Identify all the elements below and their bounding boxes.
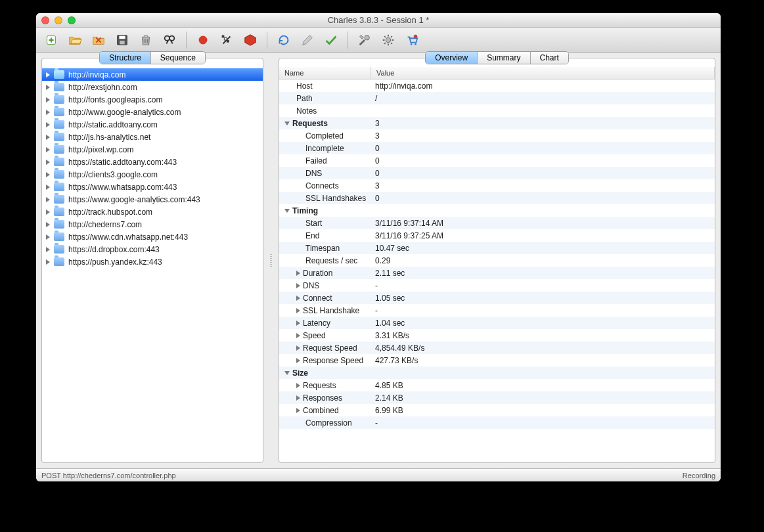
host-row[interactable]: http://inviqa.com: [42, 68, 263, 81]
clear-button[interactable]: [136, 30, 156, 50]
disclosure-icon[interactable]: [296, 358, 300, 363]
host-row[interactable]: http://pixel.wp.com: [42, 143, 263, 156]
overview-row[interactable]: Notes: [279, 104, 715, 117]
overview-row[interactable]: End3/11/16 9:37:25 AM: [279, 229, 715, 242]
overview-row[interactable]: Latency1.04 sec: [279, 317, 715, 329]
disclosure-icon[interactable]: [46, 72, 50, 78]
overview-row[interactable]: DNS0: [279, 167, 715, 179]
disclosure-icon[interactable]: [46, 185, 50, 190]
disclosure-icon[interactable]: [46, 197, 50, 202]
host-row[interactable]: https://d.dropbox.com:443: [42, 243, 263, 255]
overview-table-body[interactable]: Hosthttp://inviqa.comPath/NotesRequests3…: [279, 79, 715, 462]
disclosure-icon[interactable]: [296, 271, 300, 276]
disclosure-icon[interactable]: [46, 172, 50, 177]
disclosure-icon[interactable]: [46, 147, 50, 152]
overview-row[interactable]: Combined6.99 KB: [279, 404, 715, 416]
repeat-button[interactable]: [274, 30, 294, 50]
host-row[interactable]: http://rexstjohn.com: [42, 81, 263, 93]
close-window-button[interactable]: [41, 16, 49, 24]
tab-structure[interactable]: Structure: [100, 52, 151, 64]
overview-row[interactable]: Requests4.85 KB: [279, 379, 715, 391]
overview-row[interactable]: Incomplete0: [279, 142, 715, 154]
tab-sequence[interactable]: Sequence: [151, 52, 205, 64]
disclosure-icon[interactable]: [296, 395, 300, 401]
overview-row[interactable]: Responses2.14 KB: [279, 391, 715, 404]
disclosure-icon[interactable]: [46, 135, 50, 140]
column-value[interactable]: Value: [371, 67, 715, 79]
overview-row[interactable]: Compression-: [279, 416, 715, 429]
overview-row[interactable]: Speed3.31 KB/s: [279, 329, 715, 342]
host-row[interactable]: http://chederns7.com: [42, 218, 263, 231]
host-row[interactable]: http://www.google-analytics.com: [42, 106, 263, 118]
host-row[interactable]: https://push.yandex.kz:443: [42, 255, 263, 268]
breakpoints-button[interactable]: [240, 30, 260, 50]
tab-overview[interactable]: Overview: [426, 52, 478, 64]
disclosure-icon[interactable]: [284, 371, 290, 375]
host-row[interactable]: http://clients3.google.com: [42, 168, 263, 181]
disclosure-icon[interactable]: [284, 209, 290, 213]
disclosure-icon[interactable]: [46, 234, 50, 240]
overview-row[interactable]: Hosthttp://inviqa.com: [279, 79, 715, 92]
disclosure-icon[interactable]: [296, 308, 300, 313]
open-session-button[interactable]: [65, 30, 85, 50]
settings-button[interactable]: [378, 30, 398, 50]
disclosure-icon[interactable]: [284, 122, 290, 125]
disclosure-icon[interactable]: [46, 247, 50, 252]
host-tree[interactable]: http://inviqa.comhttp://rexstjohn.comhtt…: [42, 67, 263, 462]
host-row[interactable]: https://www.whatsapp.com:443: [42, 181, 263, 193]
overview-row[interactable]: SSL Handshakes0: [279, 192, 715, 204]
disclosure-icon[interactable]: [46, 210, 50, 215]
overview-row[interactable]: Size: [279, 366, 715, 379]
tab-summary[interactable]: Summary: [478, 52, 530, 64]
disclosure-icon[interactable]: [296, 321, 300, 326]
disclosure-icon[interactable]: [46, 160, 50, 165]
host-row[interactable]: http://static.addtoany.com: [42, 118, 263, 131]
host-row[interactable]: https://www.google-analytics.com:443: [42, 193, 263, 206]
overview-row[interactable]: Connect1.05 sec: [279, 292, 715, 304]
disclosure-icon[interactable]: [46, 85, 50, 90]
minimize-window-button[interactable]: [55, 16, 62, 24]
overview-row[interactable]: SSL Handshake-: [279, 304, 715, 317]
disclosure-icon[interactable]: [296, 333, 300, 338]
edit-button[interactable]: [298, 30, 317, 50]
host-row[interactable]: https://static.addtoany.com:443: [42, 156, 263, 168]
disclosure-icon[interactable]: [296, 296, 300, 301]
find-button[interactable]: [160, 30, 179, 50]
tab-chart[interactable]: Chart: [531, 52, 568, 64]
overview-row[interactable]: DNS-: [279, 279, 715, 292]
disclosure-icon[interactable]: [46, 222, 50, 227]
disclosure-icon[interactable]: [46, 122, 50, 127]
disclosure-icon[interactable]: [296, 383, 300, 388]
overview-row[interactable]: Duration2.11 sec: [279, 267, 715, 279]
purchase-button[interactable]: [402, 30, 422, 50]
save-button[interactable]: [112, 30, 132, 50]
disclosure-icon[interactable]: [296, 283, 300, 288]
overview-row[interactable]: Connects3: [279, 179, 715, 192]
pane-splitter[interactable]: [269, 58, 273, 463]
overview-row[interactable]: Timespan10.47 sec: [279, 242, 715, 254]
disclosure-icon[interactable]: [46, 97, 50, 102]
overview-row[interactable]: Failed0: [279, 154, 715, 167]
overview-row[interactable]: Requests3: [279, 117, 715, 129]
throttle-button[interactable]: [217, 30, 236, 50]
overview-row[interactable]: Start3/11/16 9:37:14 AM: [279, 217, 715, 229]
column-name[interactable]: Name: [279, 67, 371, 79]
overview-row[interactable]: Path/: [279, 92, 715, 104]
disclosure-icon[interactable]: [46, 259, 50, 265]
host-row[interactable]: http://fonts.googleapis.com: [42, 93, 263, 106]
new-session-button[interactable]: [41, 30, 61, 50]
record-button[interactable]: [193, 30, 213, 50]
overview-row[interactable]: Request Speed4,854.49 KB/s: [279, 342, 715, 354]
host-row[interactable]: https://www.cdn.whatsapp.net:443: [42, 231, 263, 243]
overview-row[interactable]: Response Speed427.73 KB/s: [279, 354, 715, 366]
disclosure-icon[interactable]: [296, 408, 300, 413]
disclosure-icon[interactable]: [46, 110, 50, 115]
validate-button[interactable]: [321, 30, 341, 50]
disclosure-icon[interactable]: [296, 345, 300, 351]
close-session-button[interactable]: [89, 30, 108, 50]
overview-row[interactable]: Completed3: [279, 129, 715, 142]
host-row[interactable]: http://track.hubspot.com: [42, 206, 263, 218]
overview-row[interactable]: Requests / sec0.29: [279, 254, 715, 267]
overview-row[interactable]: Timing: [279, 204, 715, 217]
tools-button[interactable]: [355, 30, 374, 50]
